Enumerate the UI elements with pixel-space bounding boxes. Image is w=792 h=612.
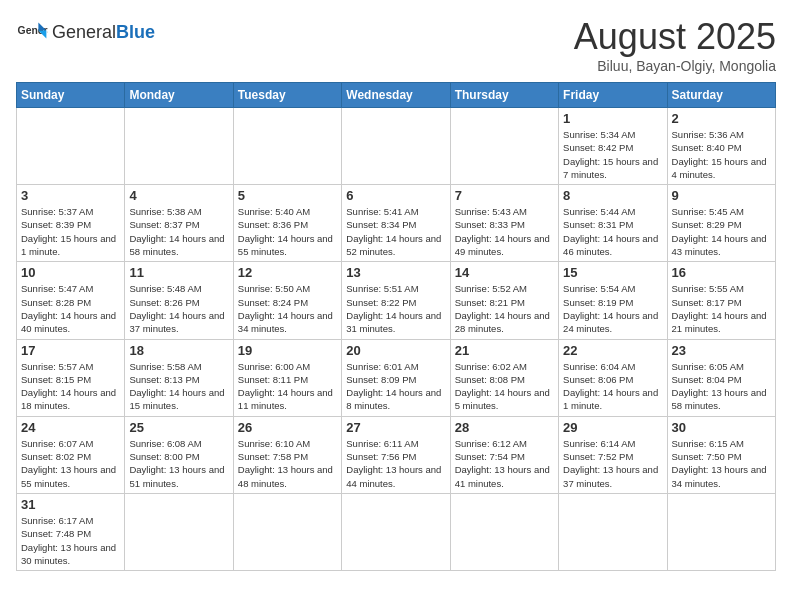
calendar-cell: 18Sunrise: 5:58 AM Sunset: 8:13 PM Dayli…: [125, 339, 233, 416]
day-info: Sunrise: 6:05 AM Sunset: 8:04 PM Dayligh…: [672, 360, 771, 413]
column-header-thursday: Thursday: [450, 83, 558, 108]
day-number: 6: [346, 188, 445, 203]
calendar-cell: 6Sunrise: 5:41 AM Sunset: 8:34 PM Daylig…: [342, 185, 450, 262]
calendar-cell: 23Sunrise: 6:05 AM Sunset: 8:04 PM Dayli…: [667, 339, 775, 416]
calendar-cell: 4Sunrise: 5:38 AM Sunset: 8:37 PM Daylig…: [125, 185, 233, 262]
day-number: 3: [21, 188, 120, 203]
day-info: Sunrise: 5:44 AM Sunset: 8:31 PM Dayligh…: [563, 205, 662, 258]
day-number: 12: [238, 265, 337, 280]
day-info: Sunrise: 5:47 AM Sunset: 8:28 PM Dayligh…: [21, 282, 120, 335]
column-header-friday: Friday: [559, 83, 667, 108]
day-number: 23: [672, 343, 771, 358]
day-info: Sunrise: 5:48 AM Sunset: 8:26 PM Dayligh…: [129, 282, 228, 335]
day-info: Sunrise: 6:15 AM Sunset: 7:50 PM Dayligh…: [672, 437, 771, 490]
calendar-cell: 31Sunrise: 6:17 AM Sunset: 7:48 PM Dayli…: [17, 493, 125, 570]
day-info: Sunrise: 6:00 AM Sunset: 8:11 PM Dayligh…: [238, 360, 337, 413]
day-number: 16: [672, 265, 771, 280]
day-info: Sunrise: 6:10 AM Sunset: 7:58 PM Dayligh…: [238, 437, 337, 490]
calendar-cell: 16Sunrise: 5:55 AM Sunset: 8:17 PM Dayli…: [667, 262, 775, 339]
day-number: 24: [21, 420, 120, 435]
calendar-week-row: 3Sunrise: 5:37 AM Sunset: 8:39 PM Daylig…: [17, 185, 776, 262]
calendar-cell: 2Sunrise: 5:36 AM Sunset: 8:40 PM Daylig…: [667, 108, 775, 185]
calendar-cell: 17Sunrise: 5:57 AM Sunset: 8:15 PM Dayli…: [17, 339, 125, 416]
day-number: 1: [563, 111, 662, 126]
day-info: Sunrise: 5:37 AM Sunset: 8:39 PM Dayligh…: [21, 205, 120, 258]
day-info: Sunrise: 5:58 AM Sunset: 8:13 PM Dayligh…: [129, 360, 228, 413]
day-number: 10: [21, 265, 120, 280]
day-number: 22: [563, 343, 662, 358]
calendar-week-row: 17Sunrise: 5:57 AM Sunset: 8:15 PM Dayli…: [17, 339, 776, 416]
calendar-cell: [125, 108, 233, 185]
day-info: Sunrise: 5:51 AM Sunset: 8:22 PM Dayligh…: [346, 282, 445, 335]
day-info: Sunrise: 5:34 AM Sunset: 8:42 PM Dayligh…: [563, 128, 662, 181]
calendar-cell: 7Sunrise: 5:43 AM Sunset: 8:33 PM Daylig…: [450, 185, 558, 262]
day-info: Sunrise: 5:54 AM Sunset: 8:19 PM Dayligh…: [563, 282, 662, 335]
day-number: 29: [563, 420, 662, 435]
calendar-cell: 13Sunrise: 5:51 AM Sunset: 8:22 PM Dayli…: [342, 262, 450, 339]
day-number: 31: [21, 497, 120, 512]
calendar-cell: 24Sunrise: 6:07 AM Sunset: 8:02 PM Dayli…: [17, 416, 125, 493]
day-number: 14: [455, 265, 554, 280]
day-number: 8: [563, 188, 662, 203]
calendar-cell: [233, 493, 341, 570]
day-info: Sunrise: 6:01 AM Sunset: 8:09 PM Dayligh…: [346, 360, 445, 413]
calendar-cell: 19Sunrise: 6:00 AM Sunset: 8:11 PM Dayli…: [233, 339, 341, 416]
calendar-week-row: 24Sunrise: 6:07 AM Sunset: 8:02 PM Dayli…: [17, 416, 776, 493]
location: Biluu, Bayan-Olgiy, Mongolia: [574, 58, 776, 74]
calendar-cell: [233, 108, 341, 185]
calendar-cell: 28Sunrise: 6:12 AM Sunset: 7:54 PM Dayli…: [450, 416, 558, 493]
calendar-cell: [125, 493, 233, 570]
day-number: 17: [21, 343, 120, 358]
calendar-cell: [450, 108, 558, 185]
calendar-cell: 21Sunrise: 6:02 AM Sunset: 8:08 PM Dayli…: [450, 339, 558, 416]
calendar-cell: [667, 493, 775, 570]
day-number: 13: [346, 265, 445, 280]
title-area: August 2025 Biluu, Bayan-Olgiy, Mongolia: [574, 16, 776, 74]
day-info: Sunrise: 5:55 AM Sunset: 8:17 PM Dayligh…: [672, 282, 771, 335]
column-header-saturday: Saturday: [667, 83, 775, 108]
day-number: 11: [129, 265, 228, 280]
logo-icon: General: [16, 16, 48, 48]
calendar-cell: [450, 493, 558, 570]
day-info: Sunrise: 5:38 AM Sunset: 8:37 PM Dayligh…: [129, 205, 228, 258]
calendar-cell: [17, 108, 125, 185]
day-number: 5: [238, 188, 337, 203]
day-number: 2: [672, 111, 771, 126]
calendar-cell: 8Sunrise: 5:44 AM Sunset: 8:31 PM Daylig…: [559, 185, 667, 262]
page-header: General GeneralBlue August 2025 Biluu, B…: [16, 16, 776, 74]
day-number: 25: [129, 420, 228, 435]
calendar-cell: 26Sunrise: 6:10 AM Sunset: 7:58 PM Dayli…: [233, 416, 341, 493]
day-info: Sunrise: 5:50 AM Sunset: 8:24 PM Dayligh…: [238, 282, 337, 335]
calendar-cell: 29Sunrise: 6:14 AM Sunset: 7:52 PM Dayli…: [559, 416, 667, 493]
calendar-cell: [342, 108, 450, 185]
calendar-week-row: 10Sunrise: 5:47 AM Sunset: 8:28 PM Dayli…: [17, 262, 776, 339]
day-info: Sunrise: 6:17 AM Sunset: 7:48 PM Dayligh…: [21, 514, 120, 567]
day-info: Sunrise: 5:45 AM Sunset: 8:29 PM Dayligh…: [672, 205, 771, 258]
calendar-cell: 3Sunrise: 5:37 AM Sunset: 8:39 PM Daylig…: [17, 185, 125, 262]
calendar-table: SundayMondayTuesdayWednesdayThursdayFrid…: [16, 82, 776, 571]
calendar-cell: 11Sunrise: 5:48 AM Sunset: 8:26 PM Dayli…: [125, 262, 233, 339]
day-info: Sunrise: 5:57 AM Sunset: 8:15 PM Dayligh…: [21, 360, 120, 413]
calendar-header-row: SundayMondayTuesdayWednesdayThursdayFrid…: [17, 83, 776, 108]
day-info: Sunrise: 6:12 AM Sunset: 7:54 PM Dayligh…: [455, 437, 554, 490]
calendar-cell: 1Sunrise: 5:34 AM Sunset: 8:42 PM Daylig…: [559, 108, 667, 185]
day-number: 4: [129, 188, 228, 203]
calendar-cell: 25Sunrise: 6:08 AM Sunset: 8:00 PM Dayli…: [125, 416, 233, 493]
day-info: Sunrise: 6:02 AM Sunset: 8:08 PM Dayligh…: [455, 360, 554, 413]
day-info: Sunrise: 6:11 AM Sunset: 7:56 PM Dayligh…: [346, 437, 445, 490]
calendar-cell: [559, 493, 667, 570]
day-number: 15: [563, 265, 662, 280]
logo: General GeneralBlue: [16, 16, 155, 48]
calendar-cell: 10Sunrise: 5:47 AM Sunset: 8:28 PM Dayli…: [17, 262, 125, 339]
calendar-cell: 22Sunrise: 6:04 AM Sunset: 8:06 PM Dayli…: [559, 339, 667, 416]
day-number: 20: [346, 343, 445, 358]
calendar-cell: 27Sunrise: 6:11 AM Sunset: 7:56 PM Dayli…: [342, 416, 450, 493]
day-number: 21: [455, 343, 554, 358]
day-info: Sunrise: 6:04 AM Sunset: 8:06 PM Dayligh…: [563, 360, 662, 413]
day-info: Sunrise: 5:40 AM Sunset: 8:36 PM Dayligh…: [238, 205, 337, 258]
calendar-cell: 14Sunrise: 5:52 AM Sunset: 8:21 PM Dayli…: [450, 262, 558, 339]
day-info: Sunrise: 5:41 AM Sunset: 8:34 PM Dayligh…: [346, 205, 445, 258]
day-number: 19: [238, 343, 337, 358]
day-number: 30: [672, 420, 771, 435]
logo-text: GeneralBlue: [52, 22, 155, 42]
